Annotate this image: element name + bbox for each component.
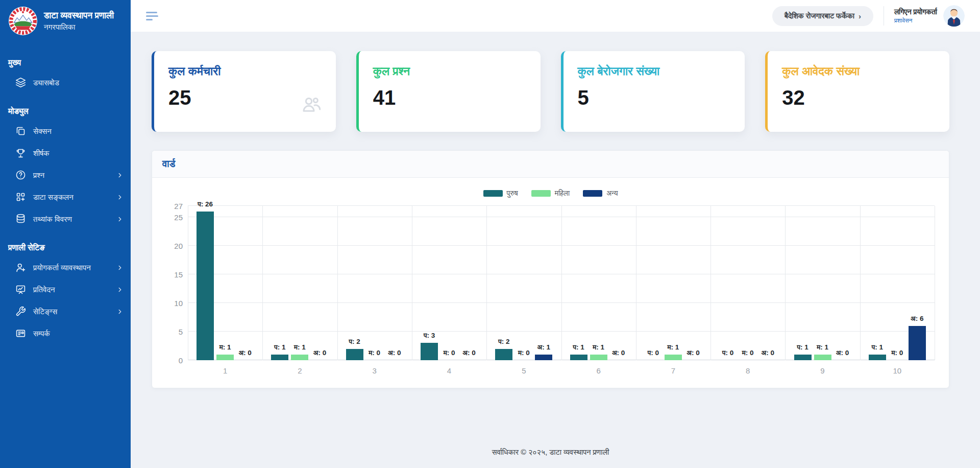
sidebar-toggle-icon[interactable] [144, 10, 160, 22]
bar-data-label: म: 1 [593, 343, 604, 352]
bar-पुरुष[interactable] [869, 355, 886, 360]
user-menu[interactable]: लगिएन प्रयोगकर्ता प्रशावेसन [894, 5, 965, 27]
chevron-right-icon [116, 286, 124, 293]
app-title-block: डाटा व्यवस्थापन प्रणाली नगरपालिका [44, 10, 114, 31]
bar-महिला[interactable] [814, 355, 831, 360]
sidebar-item-label: प्रश्न [33, 171, 44, 180]
users-icon [301, 94, 322, 116]
sidebar-item-dashboard[interactable]: ड्यासबोड [0, 72, 131, 93]
nav-section-main: मुख्य [0, 58, 131, 67]
sidebar-nav: मुख्य ड्यासबोड मोड्युल सेक्सन शीर्षक प्र… [0, 41, 131, 355]
sidebar-item-sections[interactable]: सेक्सन [0, 120, 131, 142]
sidebar-item-label: डाटा सङ्कलन [33, 193, 74, 202]
bar-slot: अ: 0 [759, 206, 776, 360]
legend-item[interactable]: अन्य [583, 189, 618, 198]
bar-data-label: अ: 1 [537, 343, 550, 352]
bar-group-ward-8: प: 0म: 0अ: 08 [710, 206, 785, 360]
sidebar-item-contact[interactable]: सम्पर्क [0, 322, 131, 344]
bar-slot: म: 0 [440, 206, 458, 360]
sidebar-item-settings[interactable]: सेटिङ्ग्स [0, 300, 131, 322]
legend-label: महिला [555, 189, 570, 198]
bar-महिला[interactable] [216, 355, 234, 360]
chart-plot: 272520151050प: 26म: 1अ: 01प: 1म: 1अ: 02प… [188, 206, 935, 360]
bar-slot: अ: 0 [610, 206, 627, 360]
bar-पुरुष[interactable] [794, 355, 812, 360]
bar-group-ward-7: प: 0म: 1अ: 07 [636, 206, 710, 360]
y-axis-tick: 0 [163, 356, 183, 365]
sidebar-item-data-collection[interactable]: डाटा सङ्कलन [0, 186, 131, 208]
bar-data-label: म: 1 [817, 343, 828, 352]
gridline [935, 206, 935, 360]
bar-data-label: प: 0 [648, 349, 659, 357]
content: कुल कर्मचारी 25 कुल प्रश्न 41 कुल बेरोजग… [131, 32, 980, 468]
bar-slot: अ: 0 [684, 206, 702, 360]
bar-अन्य[interactable] [535, 355, 552, 360]
x-axis-label: 9 [785, 366, 860, 375]
x-axis-label: 7 [636, 366, 710, 375]
app-subtitle: नगरपालिका [44, 22, 114, 32]
y-axis-tick: 20 [163, 242, 183, 250]
bar-slot: प: 0 [719, 206, 737, 360]
chevron-right-icon [116, 194, 124, 201]
bar-slot: प: 1 [570, 206, 587, 360]
bar-slot: म: 0 [889, 206, 906, 360]
sidebar-item-title[interactable]: शीर्षक [0, 142, 131, 164]
x-axis-label: 6 [561, 366, 636, 375]
legend-item[interactable]: महिला [531, 189, 570, 198]
sidebar-item-label: ड्यासबोड [33, 78, 59, 87]
sidebar-item-user-management[interactable]: प्रयोगकर्ता व्यावस्थापन [0, 256, 131, 278]
user-role-link[interactable]: प्रशावेसन [894, 17, 912, 24]
bar-slot: प: 2 [495, 206, 512, 360]
bar-slot: अ: 0 [311, 206, 328, 360]
y-axis-tick: 25 [163, 213, 183, 222]
database-icon [15, 214, 26, 224]
sidebar-item-label: तथ्यांक विवरण [33, 215, 72, 224]
bar-data-label: प: 1 [797, 343, 808, 352]
bar-पुरुष[interactable] [421, 343, 438, 360]
bar-slot: प: 1 [794, 206, 812, 360]
bar-data-label: अ: 0 [612, 349, 625, 357]
sidebar-item-questions[interactable]: प्रश्न [0, 164, 131, 186]
returned-foreign-employment-button[interactable]: बैदेशिक रोजगारबाट फर्केका › [772, 6, 873, 26]
avatar[interactable] [943, 5, 965, 27]
bar-data-label: म: 0 [444, 349, 455, 357]
bar-data-label: प: 1 [573, 343, 584, 352]
ward-chart-card: वार्ड पुरुषमहिलाअन्य 272520151050प: 26म:… [152, 150, 949, 388]
bar-अन्य[interactable] [909, 326, 926, 360]
stat-card-title: कुल आवेदक संख्या [782, 64, 935, 78]
bar-महिला[interactable] [291, 355, 308, 360]
legend-label: अन्य [606, 189, 618, 198]
bar-पुरुष[interactable] [495, 349, 512, 360]
bar-data-label: म: 1 [668, 343, 679, 352]
bar-data-label: अ: 0 [238, 349, 251, 357]
legend-label: पुरुष [507, 189, 518, 198]
sidebar-item-reports[interactable]: प्रतिवेदन [0, 278, 131, 300]
sections-icon [15, 126, 26, 136]
chevron-right-icon [116, 308, 124, 315]
bar-पुरुष[interactable] [197, 212, 214, 360]
y-axis-tick: 10 [163, 299, 183, 308]
bar-slot: प: 2 [346, 206, 363, 360]
bar-slot: प: 0 [645, 206, 662, 360]
stat-card-title: कुल प्रश्न [373, 64, 526, 78]
bar-group-ward-9: प: 1म: 1अ: 09 [785, 206, 860, 360]
bar-महिला[interactable] [665, 355, 682, 360]
x-axis-label: 10 [860, 366, 935, 375]
bar-पुरुष[interactable] [570, 355, 587, 360]
chart-card-body: पुरुषमहिलाअन्य 272520151050प: 26म: 1अ: 0… [152, 178, 949, 388]
bar-data-label: अ: 0 [762, 349, 774, 357]
bar-slot: अ: 0 [834, 206, 851, 360]
bar-group-ward-4: प: 3म: 0अ: 04 [412, 206, 486, 360]
x-axis-label: 1 [188, 366, 262, 375]
chevron-right-icon [116, 216, 124, 223]
y-axis-tick: 5 [163, 327, 183, 336]
bar-पुरुष[interactable] [346, 349, 363, 360]
legend-item[interactable]: पुरुष [483, 189, 518, 198]
bar-महिला[interactable] [590, 355, 607, 360]
sidebar-item-statistics[interactable]: तथ्यांक विवरण [0, 208, 131, 230]
sidebar-item-label: सेटिङ्ग्स [33, 307, 57, 316]
bar-slot: म: 0 [515, 206, 532, 360]
bar-पुरुष[interactable] [271, 355, 288, 360]
bar-slot: प: 26 [197, 206, 214, 360]
question-icon [15, 170, 26, 180]
